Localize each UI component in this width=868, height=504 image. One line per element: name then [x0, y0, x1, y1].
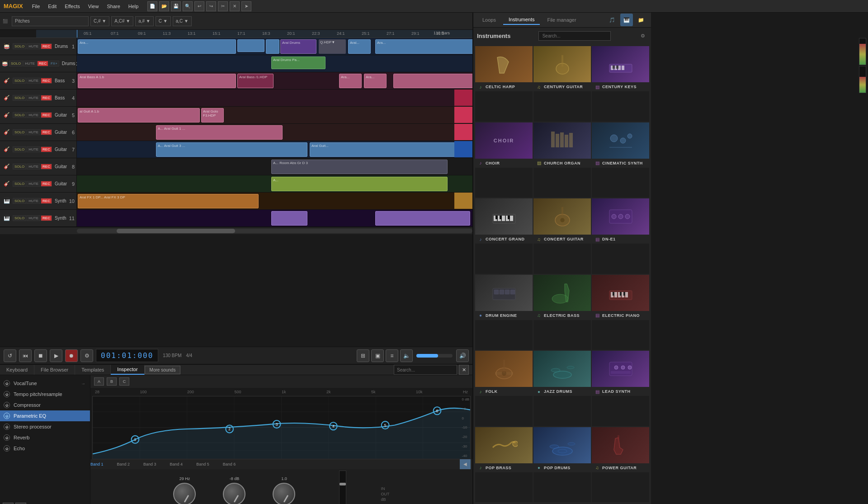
instrument-pop-brass[interactable]: ♪ POP BRASS: [475, 427, 533, 503]
effect-reverb[interactable]: ⏻ Reverb: [0, 432, 90, 443]
track-rec-5[interactable]: REC: [41, 112, 52, 118]
clip-5-1[interactable]: al Guit A 1.b: [78, 108, 200, 122]
clip-1-2[interactable]: [237, 39, 264, 52]
clip-7-2[interactable]: Aral Guit...: [310, 142, 472, 157]
clip-3-5[interactable]: [393, 74, 472, 88]
toolbar-new[interactable]: 📄: [147, 1, 157, 11]
tab-instruments[interactable]: Instruments: [503, 15, 540, 25]
toolbar-zoom[interactable]: 🔍: [183, 1, 193, 11]
instruments-search[interactable]: [538, 31, 611, 41]
clip-3-1[interactable]: Aral Bass A 1.b: [78, 74, 236, 88]
clip-7-1[interactable]: A... Aral Guit 3 ...: [156, 142, 307, 157]
power-icon-compressor[interactable]: ⏻: [4, 402, 10, 408]
track-hute-5[interactable]: HUTE: [27, 112, 40, 118]
transport-record[interactable]: ⏺: [65, 349, 78, 362]
track-content-7[interactable]: A... Aral Guit 3 ... Aral Guit...: [77, 141, 472, 158]
transport-play[interactable]: ▶: [50, 349, 62, 362]
loops-icon-tab[interactable]: 🎵: [606, 14, 618, 26]
track-hute-6[interactable]: HUTE: [27, 129, 40, 135]
clip-8-1[interactable]: A... Room Abs Gr D 3: [271, 160, 448, 174]
track-content-4[interactable]: [77, 89, 472, 106]
clip-1-4[interactable]: Aral...: [348, 39, 371, 54]
tab-file-browser[interactable]: File Browser: [34, 365, 75, 375]
instrument-concert-grand[interactable]: ♪ CONCERT GRAND: [475, 198, 533, 274]
instrument-dn-e1[interactable]: ▤ DN-E1: [592, 198, 649, 274]
toolbar-arrow[interactable]: ➤: [241, 1, 251, 11]
track-rec-7[interactable]: REC: [41, 146, 52, 152]
instrument-pop-drums[interactable]: ● POP DRUMS: [533, 427, 591, 503]
instrument-celtic-harp[interactable]: ♪ CELTIC HARP: [475, 46, 533, 122]
panel-close[interactable]: ✕: [459, 365, 469, 375]
instrument-century-guitar[interactable]: ♫ CENTURY GUITAR: [533, 46, 591, 122]
instrument-concert-guitar[interactable]: ♫ CONCERT GUITAR: [533, 198, 591, 274]
master-gain-slider[interactable]: [339, 471, 346, 504]
horizontal-scrollbar[interactable]: [0, 227, 472, 234]
transport-grid[interactable]: ⊞: [357, 349, 369, 362]
clip-10-1[interactable]: Aral FX 1 DP... Aral FX 3 DP: [78, 194, 259, 208]
track-rec-1[interactable]: REC: [41, 43, 52, 49]
track-solo-2[interactable]: SOLO: [9, 61, 23, 66]
power-icon-eq[interactable]: ⏻: [4, 413, 10, 419]
instrument-century-keys[interactable]: ▤ CENTURY KEYS: [592, 46, 649, 122]
tab-loops[interactable]: Loops: [477, 15, 501, 24]
key-sel-2[interactable]: A,C# ▼: [111, 16, 133, 26]
clip-11-1[interactable]: [271, 211, 307, 226]
toolbar-redo[interactable]: ↪: [206, 1, 216, 11]
toolbar-close[interactable]: ✕: [230, 1, 240, 11]
track-content-9[interactable]: A...: [77, 175, 472, 192]
instrument-lead-synth[interactable]: ▤ LEAD SYNTH: [592, 351, 649, 426]
effect-vocaltune[interactable]: ⏻ VocalTune →: [0, 378, 90, 389]
clip-5-2[interactable]: Aral Golo F3.HDP: [201, 108, 224, 122]
effect-tempo[interactable]: ⏻ Tempo pitch/resample: [0, 389, 90, 400]
clip-3-3[interactable]: Ara...: [339, 74, 362, 88]
pitches-selector[interactable]: Pitches: [12, 16, 89, 26]
track-solo-10[interactable]: SOLO: [13, 198, 26, 204]
track-content-2[interactable]: Aral Drums Pa...: [77, 55, 472, 72]
clip-1-drums[interactable]: Aral Drums: [280, 39, 316, 54]
menu-share[interactable]: Share: [103, 3, 123, 10]
instrument-folk[interactable]: ♪ FOLK: [475, 351, 533, 426]
clip-11-2[interactable]: [375, 211, 470, 226]
power-icon-reverb[interactable]: ⏻: [4, 434, 10, 441]
effect-stereo[interactable]: ⏻ Stereo processor: [0, 421, 90, 432]
menu-help[interactable]: Help: [125, 3, 142, 10]
menu-file[interactable]: File: [28, 3, 44, 10]
more-sounds-button[interactable]: More sounds: [145, 366, 181, 374]
clip-3-2[interactable]: Aral Bass /1.HDP: [237, 74, 274, 88]
tab-keyboard[interactable]: Keyboard: [0, 365, 34, 375]
eq-arrow-btn[interactable]: ◀: [460, 459, 471, 469]
clip-9-1[interactable]: A...: [271, 177, 448, 191]
transport-stop[interactable]: ⏹: [34, 349, 47, 362]
effect-parametric-eq[interactable]: ⏻ Parametric EQ: [0, 410, 90, 421]
track-rec-8[interactable]: REC: [41, 164, 52, 170]
instrument-church-organ[interactable]: ▤ CHURCH ORGAN: [533, 122, 591, 198]
power-icon-stereo[interactable]: ⏻: [4, 424, 10, 430]
tab-inspector[interactable]: Inspector: [111, 365, 144, 375]
clip-3-4[interactable]: Ara...: [364, 74, 387, 88]
clip-1-1[interactable]: Ara...: [78, 39, 236, 54]
quality-knob[interactable]: [273, 483, 295, 504]
track-fx-2[interactable]: FX+: [49, 61, 59, 66]
transport-snap[interactable]: ▣: [371, 349, 384, 362]
transport-vol-down[interactable]: 🔈: [400, 349, 413, 362]
instrument-power-guitar[interactable]: ♫ POWER GUITAR: [592, 427, 649, 503]
tab-templates[interactable]: Templates: [75, 365, 111, 375]
instrument-jazz-drums[interactable]: ● JAZZ DRUMS: [533, 351, 591, 426]
track-solo-4[interactable]: SOLO: [13, 95, 26, 101]
scroll-thumb[interactable]: [117, 229, 236, 233]
clip-1-3[interactable]: [266, 39, 279, 54]
menu-view[interactable]: View: [85, 3, 103, 10]
instrument-drum-engine[interactable]: ● DRUM ENGINE: [475, 275, 533, 350]
effect-compressor[interactable]: ⏻ Compressor: [0, 400, 90, 410]
key-sel-4[interactable]: C ▼: [156, 16, 171, 26]
track-rec-3[interactable]: REC: [41, 78, 52, 84]
track-hute-4[interactable]: HUTE: [27, 95, 40, 101]
track-solo-5[interactable]: SOLO: [13, 112, 26, 118]
track-hute-8[interactable]: HUTE: [27, 164, 40, 170]
transport-loop[interactable]: ↺: [4, 349, 16, 362]
track-hute-7[interactable]: HUTE: [27, 146, 40, 152]
power-icon-echo[interactable]: ⏻: [4, 445, 10, 452]
menu-edit[interactable]: Edit: [44, 3, 60, 10]
effect-echo[interactable]: ⏻ Echo: [0, 443, 90, 454]
power-icon-tempo[interactable]: ⏻: [4, 391, 10, 397]
